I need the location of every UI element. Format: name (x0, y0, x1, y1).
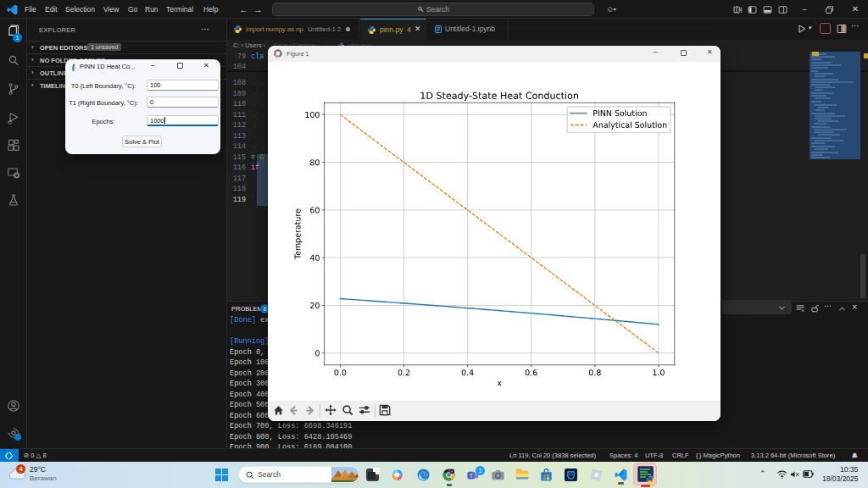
svg-text:T: T (470, 473, 474, 479)
